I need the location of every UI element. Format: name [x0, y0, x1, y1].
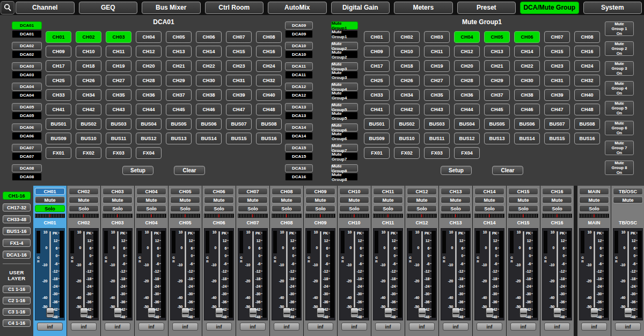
mute-assign-bus03[interactable]: BUS03	[424, 118, 450, 130]
mute-assign-ch12[interactable]: CH12	[454, 46, 480, 57]
mute-assign-ch38[interactable]: CH38	[514, 89, 540, 101]
dca-assign-ch08[interactable]: CH08	[256, 31, 282, 43]
dca-assign-ch43[interactable]: CH43	[106, 104, 131, 115]
mute-group-select-button-mute-group2[interactable]: Mute Group2	[331, 42, 358, 50]
mute-assign-bus14[interactable]: BUS14	[514, 133, 540, 144]
dca-assign-bus06[interactable]: BUS06	[196, 118, 222, 130]
dca-assign-bus04[interactable]: BUS04	[136, 118, 162, 130]
strip-name-ch05[interactable]: CH05	[170, 188, 200, 195]
tab-system[interactable]: System	[583, 2, 642, 14]
strip-name-ch09[interactable]: CH09	[305, 188, 335, 195]
solo-button-main[interactable]: Solo	[579, 205, 609, 212]
strip-name-ch13[interactable]: CH13	[441, 188, 471, 195]
strip-name-ch07[interactable]: CH07	[238, 188, 268, 195]
mute-assign-ch02[interactable]: CH02	[394, 31, 420, 43]
solo-button-ch09[interactable]: Solo	[305, 205, 335, 212]
search-button[interactable]	[1, 1, 14, 14]
mute-assign-fx03[interactable]: FX03	[424, 147, 450, 159]
strip-name-ch12[interactable]: CH12	[407, 188, 437, 195]
dca-assign-ch34[interactable]: CH34	[76, 89, 101, 101]
mute-group-on-button-mute-group-4[interactable]: Mute Group 4On	[605, 81, 634, 96]
mute-assign-bus11[interactable]: BUS11	[424, 133, 450, 144]
mute-button-ch03[interactable]: Mute	[103, 196, 133, 203]
dca-assign-ch09[interactable]: CH09	[46, 46, 71, 57]
layer-button-ch1-16[interactable]: CH1-16	[3, 192, 31, 200]
dca-assign-bus07[interactable]: BUS07	[226, 118, 252, 130]
mute-button-ch15[interactable]: Mute	[508, 196, 538, 203]
mute-group-select-button-mute-group3[interactable]: Mute Group3	[331, 62, 358, 70]
solo-button-ch02[interactable]: Solo	[69, 205, 99, 212]
mute-button-ch13[interactable]: Mute	[441, 196, 471, 203]
mute-assign-ch13[interactable]: CH13	[484, 46, 510, 57]
mute-assign-ch36[interactable]: CH36	[454, 89, 480, 101]
mute-button-tb-osc[interactable]: Mute	[613, 196, 643, 203]
layer-button-ch33-48[interactable]: CH33-48	[3, 215, 31, 223]
mute-assign-ch18[interactable]: CH18	[394, 60, 420, 72]
mute-assign-ch32[interactable]: CH32	[574, 75, 600, 86]
dca-assign-ch31[interactable]: CH31	[226, 75, 252, 86]
dca-assign-ch12[interactable]: CH12	[136, 46, 162, 57]
mute-clear-button[interactable]: Clear	[492, 166, 523, 175]
fader-value-button-ch15[interactable]: inf	[510, 323, 536, 331]
mute-group-on-button-mute-group-1[interactable]: Mute Group 1On	[605, 21, 634, 36]
dca-assign-ch41[interactable]: CH41	[46, 104, 71, 115]
dca-assign-bus01[interactable]: BUS01	[46, 118, 71, 130]
tab-preset[interactable]: Preset	[457, 2, 516, 14]
mute-assign-ch35[interactable]: CH35	[424, 89, 450, 101]
fader-value-button-ch08[interactable]: inf	[274, 323, 299, 331]
layer-button-ch17-32[interactable]: CH17-32	[3, 203, 31, 211]
mute-group-select-button-mute-group5[interactable]: Mute Group5	[331, 103, 358, 111]
dca-assign-bus11[interactable]: BUS11	[106, 133, 131, 144]
dca-assign-bus15[interactable]: BUS15	[226, 133, 252, 144]
solo-button-ch13[interactable]: Solo	[441, 205, 471, 212]
strip-name-main[interactable]: MAIN	[579, 188, 609, 195]
solo-button-ch14[interactable]: Solo	[474, 205, 504, 212]
mute-assign-ch19[interactable]: CH19	[424, 60, 450, 72]
mute-group-on-button-mute-group-6[interactable]: Mute Group 6On	[605, 121, 634, 135]
solo-button-ch15[interactable]: Solo	[508, 205, 538, 212]
mute-assign-ch23[interactable]: CH23	[544, 60, 570, 72]
solo-button-ch06[interactable]: Solo	[204, 205, 234, 212]
mute-button-ch10[interactable]: Mute	[339, 196, 369, 203]
mute-group-on-button-mute-group-3[interactable]: Mute Group 3On	[605, 61, 634, 76]
mute-assign-ch10[interactable]: CH10	[394, 46, 420, 57]
mute-assign-ch27[interactable]: CH27	[424, 75, 450, 86]
dca-assign-ch13[interactable]: CH13	[166, 46, 192, 57]
solo-button-ch11[interactable]: Solo	[373, 205, 403, 212]
mute-button-ch05[interactable]: Mute	[170, 196, 200, 203]
dca-setup-button[interactable]: Setup	[122, 166, 153, 175]
mute-assign-ch11[interactable]: CH11	[424, 46, 450, 57]
strip-name-ch01[interactable]: CH01	[35, 188, 65, 195]
mute-assign-ch37[interactable]: CH37	[484, 89, 510, 101]
mute-assign-bus05[interactable]: BUS05	[484, 118, 510, 130]
tab-ctrl-room[interactable]: Ctrl Room	[205, 2, 264, 14]
dca-assign-ch23[interactable]: CH23	[226, 60, 252, 72]
strip-name-ch14[interactable]: CH14	[474, 188, 504, 195]
mute-assign-ch39[interactable]: CH39	[544, 89, 570, 101]
fader-value-button-main[interactable]: inf	[581, 323, 607, 331]
dca-assign-ch26[interactable]: CH26	[76, 75, 101, 86]
dca-select-button-dca16[interactable]: DCA16	[285, 164, 313, 172]
fader-value-button-ch05[interactable]: inf	[172, 323, 198, 331]
dca-select-button-dca15[interactable]: DCA15	[285, 144, 313, 152]
dca-assign-ch38[interactable]: CH38	[196, 89, 222, 101]
tab-meters[interactable]: Meters	[394, 2, 453, 14]
dca-select-button-dca05[interactable]: DCA05	[12, 103, 42, 111]
dca-assign-ch06[interactable]: CH06	[196, 31, 222, 43]
dca-assign-ch29[interactable]: CH29	[166, 75, 192, 86]
mute-assign-ch42[interactable]: CH42	[394, 104, 420, 115]
solo-button-ch12[interactable]: Solo	[407, 205, 437, 212]
mute-assign-bus06[interactable]: BUS06	[514, 118, 540, 130]
dca-assign-bus09[interactable]: BUS09	[46, 133, 71, 144]
mute-assign-ch16[interactable]: CH16	[574, 46, 600, 57]
layer-button-dca1-16[interactable]: DCA1-16	[3, 251, 31, 259]
dca-assign-ch28[interactable]: CH28	[136, 75, 162, 86]
fader-value-button-ch01[interactable]: inf	[37, 323, 63, 331]
mute-assign-ch08[interactable]: CH08	[574, 31, 600, 43]
mute-assign-ch43[interactable]: CH43	[424, 104, 450, 115]
strip-name-ch10[interactable]: CH10	[339, 188, 369, 195]
tab-channel[interactable]: Channel	[16, 2, 75, 14]
dca-assign-bus13[interactable]: BUS13	[166, 133, 192, 144]
mute-button-ch09[interactable]: Mute	[305, 196, 335, 203]
mute-assign-ch03[interactable]: CH03	[424, 31, 450, 43]
